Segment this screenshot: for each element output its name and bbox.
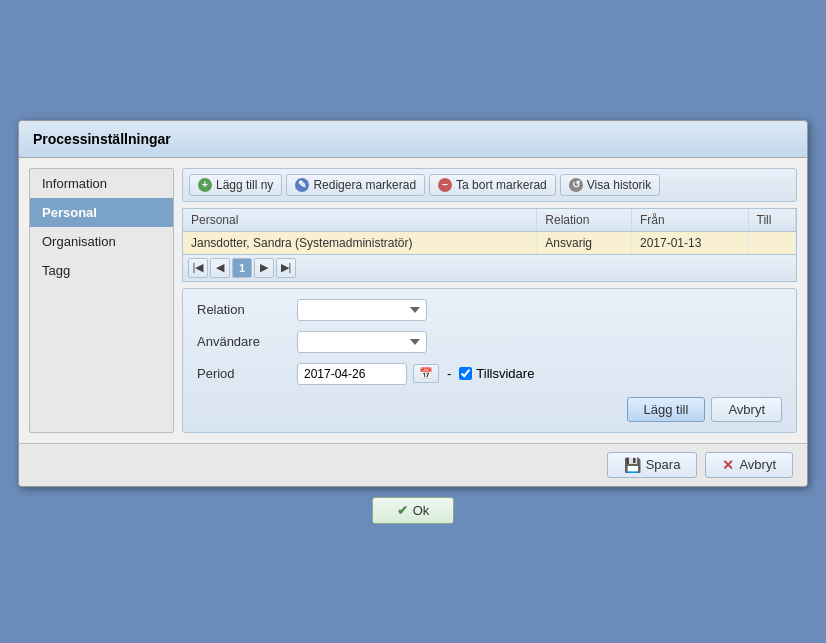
ok-label: Ok [413, 503, 430, 518]
col-personal: Personal [183, 209, 537, 232]
col-relation: Relation [537, 209, 632, 232]
col-fran: Från [631, 209, 748, 232]
sidebar-item-information[interactable]: Information [30, 169, 173, 198]
sidebar: Information Personal Organisation Tagg [29, 168, 174, 433]
anvandare-row: Användare [197, 331, 782, 353]
calendar-button[interactable]: 📅 [413, 364, 439, 383]
cell-fran: 2017-01-13 [631, 231, 748, 254]
relation-row: Relation Ansvarig [197, 299, 782, 321]
last-page-button[interactable]: ▶| [276, 258, 296, 278]
anvandare-select[interactable] [297, 331, 427, 353]
dialog-footer: 💾 Spara ✕ Avbryt [19, 443, 807, 486]
form-area: Relation Ansvarig Användare [182, 288, 797, 433]
cell-relation: Ansvarig [537, 231, 632, 254]
form-actions: Lägg till Avbryt [197, 395, 782, 422]
edit-icon: ✎ [295, 178, 309, 192]
edit-button[interactable]: ✎ Redigera markerad [286, 174, 425, 196]
period-row: Period 📅 - Tillsvidare [197, 363, 782, 385]
toolbar: + Lägg till ny ✎ Redigera markerad − Ta … [182, 168, 797, 202]
cell-till [748, 231, 795, 254]
add-icon: + [198, 178, 212, 192]
save-icon: 💾 [624, 457, 641, 473]
cell-personal: Jansdotter, Sandra (Systemadministratör) [183, 231, 537, 254]
history-icon: ↺ [569, 178, 583, 192]
dialog-body: Information Personal Organisation Tagg + [19, 158, 807, 443]
remove-icon: − [438, 178, 452, 192]
relation-label: Relation [197, 302, 287, 317]
first-page-button[interactable]: |◀ [188, 258, 208, 278]
cancel-icon: ✕ [722, 457, 734, 473]
remove-button[interactable]: − Ta bort markerad [429, 174, 556, 196]
dialog-title: Processinställningar [19, 121, 807, 158]
ok-check-icon: ✔ [397, 503, 408, 518]
current-page[interactable]: 1 [232, 258, 252, 278]
table-row[interactable]: Jansdotter, Sandra (Systemadministratör)… [183, 231, 796, 254]
ok-btn-container: ✔ Ok [372, 497, 455, 524]
anvandare-label: Användare [197, 334, 287, 349]
sidebar-item-personal[interactable]: Personal [30, 198, 173, 227]
prev-page-button[interactable]: ◀ [210, 258, 230, 278]
save-button[interactable]: 💾 Spara [607, 452, 698, 478]
data-table-container: Personal Relation Från Till Jansdotter, … [182, 208, 797, 282]
history-button[interactable]: ↺ Visa historik [560, 174, 660, 196]
cancel-button[interactable]: ✕ Avbryt [705, 452, 793, 478]
period-label: Period [197, 366, 287, 381]
sidebar-item-tagg[interactable]: Tagg [30, 256, 173, 285]
personal-table: Personal Relation Från Till Jansdotter, … [183, 209, 796, 254]
period-separator: - [447, 366, 451, 381]
tillsvidare-label: Tillsvidare [476, 366, 534, 381]
add-new-button[interactable]: + Lägg till ny [189, 174, 282, 196]
tillsvidare-checkbox-label[interactable]: Tillsvidare [459, 366, 534, 381]
sidebar-item-organisation[interactable]: Organisation [30, 227, 173, 256]
col-till: Till [748, 209, 795, 232]
lagg-till-button[interactable]: Lägg till [627, 397, 706, 422]
next-page-button[interactable]: ▶ [254, 258, 274, 278]
relation-select[interactable]: Ansvarig [297, 299, 427, 321]
pagination: |◀ ◀ 1 ▶ ▶| [183, 254, 796, 281]
ok-button[interactable]: ✔ Ok [372, 497, 455, 524]
main-content: + Lägg till ny ✎ Redigera markerad − Ta … [182, 168, 797, 433]
period-group: 📅 - Tillsvidare [297, 363, 534, 385]
form-cancel-button[interactable]: Avbryt [711, 397, 782, 422]
period-date-input[interactable] [297, 363, 407, 385]
tillsvidare-checkbox[interactable] [459, 367, 472, 380]
process-dialog: Processinställningar Information Persona… [18, 120, 808, 487]
